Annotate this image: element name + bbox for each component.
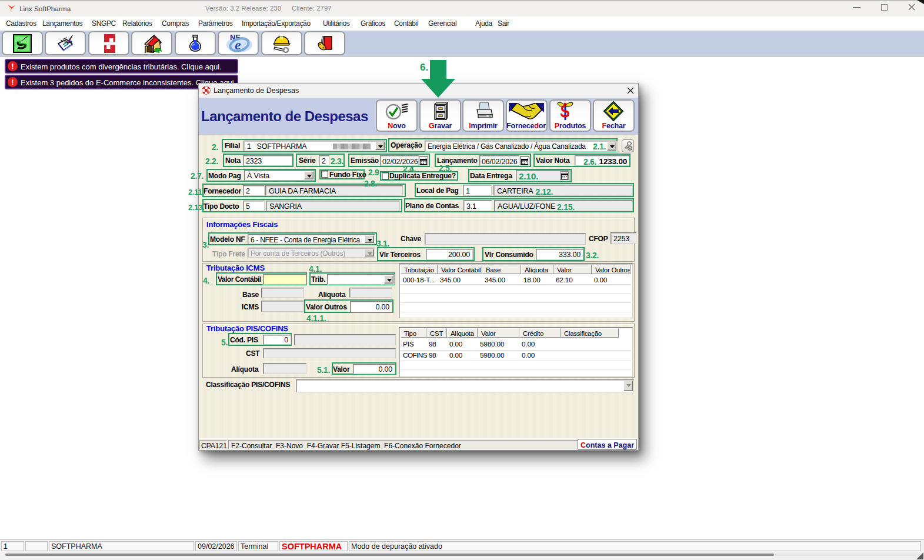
svg-text:e: e xyxy=(235,37,241,52)
